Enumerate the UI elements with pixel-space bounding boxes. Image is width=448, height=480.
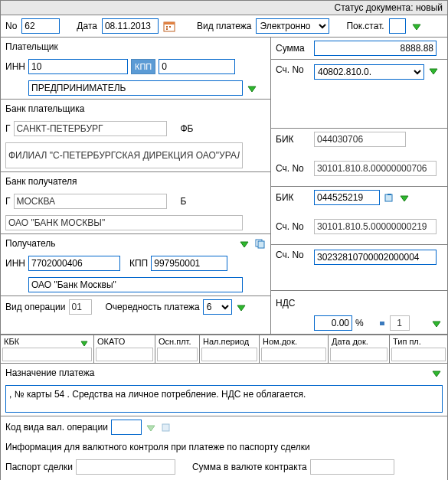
currency-code-paste-icon[interactable] — [160, 421, 172, 433]
status-value: новый — [416, 2, 443, 13]
svg-rect-2 — [166, 26, 168, 28]
tippl-label: Тип пл. — [393, 337, 421, 346]
payer-inn-input[interactable] — [28, 59, 128, 74]
number-input[interactable] — [21, 18, 60, 34]
payer-bank-acc-label: Сч. No — [276, 163, 311, 174]
payer-account-lookup-icon[interactable] — [427, 64, 440, 77]
number-label: No — [5, 21, 17, 31]
status-bar: Статус документа: новый — [1, 1, 447, 15]
payer-name-input[interactable] — [28, 80, 243, 96]
purpose-lookup-icon[interactable] — [430, 367, 443, 379]
date-input[interactable] — [102, 18, 159, 34]
datadok-input[interactable] — [330, 348, 388, 361]
payee-copy-icon[interactable] — [253, 237, 266, 250]
osn-input[interactable] — [157, 348, 198, 361]
payer-account-select[interactable]: 40802.810.0. — [314, 64, 424, 80]
payee-inn-input[interactable] — [28, 256, 120, 271]
currency-code-label: Код вида вал. операции — [5, 422, 108, 433]
date-label: Дата — [77, 21, 97, 31]
okato-label: ОКАТО — [97, 337, 125, 346]
payee-bank-b-label: Б — [181, 196, 187, 207]
payee-inn-label: ИНН — [5, 258, 25, 269]
payee-name-input[interactable] — [28, 277, 243, 292]
op-priority-lookup-icon[interactable] — [235, 301, 247, 313]
right-column: Сумма Сч. No 40802.810.0. БИК Сч. No — [271, 38, 447, 334]
percent-label: % — [355, 318, 364, 328]
sum-input[interactable] — [314, 41, 437, 56]
period-input[interactable] — [201, 348, 257, 361]
nds-kind-input — [390, 315, 410, 331]
payer-inn-label: ИНН — [5, 61, 25, 72]
pok-stat-lookup-icon[interactable] — [410, 20, 423, 32]
nomdok-input[interactable] — [261, 348, 326, 361]
nds-rate-input[interactable] — [314, 315, 352, 331]
payment-type-select[interactable]: Электронно — [256, 18, 329, 34]
main-columns: Плательщик ИНН КПП Банк плательщика — [1, 38, 447, 335]
svg-rect-8 — [162, 424, 169, 431]
svg-rect-4 — [166, 28, 168, 30]
payee-bik-label: БИК — [276, 192, 311, 203]
contract-sum-input[interactable] — [310, 459, 394, 475]
payee-lookup-icon[interactable] — [238, 237, 250, 250]
period-label: Нал.период — [203, 337, 249, 346]
payer-bik-input — [314, 132, 406, 147]
payee-bik-paste-icon[interactable] — [383, 191, 395, 204]
svg-rect-1 — [164, 22, 175, 24]
payee-bik-input[interactable] — [314, 190, 380, 205]
status-label: Статус документа: — [335, 2, 414, 13]
currency-code-lookup-icon[interactable] — [145, 421, 157, 433]
payer-kpp-button[interactable]: КПП — [131, 59, 155, 74]
nds-calc-icon[interactable] — [374, 317, 387, 329]
payee-bank-name-input — [5, 215, 243, 230]
payee-bank-acc-label: Сч. No — [276, 221, 311, 232]
header-row: No Дата Вид платежа Электронно Пок.стат. — [1, 15, 447, 38]
calendar-icon[interactable] — [163, 20, 175, 32]
payment-order-form: Статус документа: новый No Дата Вид плат… — [0, 0, 448, 480]
payee-bank-city-label: Г — [5, 196, 11, 207]
nds-label: НДС — [276, 298, 311, 309]
currency-info-label: Информация для валютного контроля при пл… — [5, 442, 310, 452]
payer-bank-acc-input — [314, 161, 437, 176]
payee-kpp-input[interactable] — [151, 256, 227, 271]
pok-stat-label: Пок.стат. — [346, 21, 384, 31]
payer-bik-label: БИК — [276, 134, 311, 145]
tippl-input[interactable] — [391, 348, 446, 361]
payer-kpp-input[interactable] — [159, 59, 235, 74]
kbk-label: КБК — [4, 337, 19, 346]
okato-input[interactable] — [96, 348, 153, 361]
purpose-text-input[interactable]: , № карты 54 . Средства на личное потреб… — [5, 385, 443, 413]
op-priority-select[interactable]: 6 — [203, 299, 232, 315]
contract-sum-label: Сумма в валюте контракта — [192, 462, 307, 472]
passport-input[interactable] — [76, 459, 175, 475]
payee-account-input[interactable] — [314, 250, 437, 265]
payer-bank-city-label: Г — [5, 123, 11, 134]
svg-rect-6 — [258, 241, 264, 248]
payer-bank-name-input — [5, 142, 243, 168]
payer-title: Плательщик — [5, 41, 58, 52]
op-type-input — [69, 299, 92, 315]
budget-grid: КБК ОКАТО Осн.плт. Нал.период Ном.док. Д… — [1, 335, 447, 364]
svg-rect-3 — [169, 26, 171, 28]
payee-bank-city-input — [14, 194, 167, 209]
payee-bank-title: Банк получателя — [5, 176, 77, 187]
datadok-label: Дата док. — [332, 337, 368, 346]
payment-type-label: Вид платежа — [197, 21, 252, 31]
payer-bank-title: Банк плательщика — [5, 103, 84, 114]
left-column: Плательщик ИНН КПП Банк плательщика — [1, 38, 271, 334]
nds-lookup-icon[interactable] — [430, 317, 443, 329]
payee-title: Получатель — [5, 238, 56, 249]
osn-label: Осн.плт. — [159, 337, 191, 346]
pok-stat-input[interactable] — [389, 18, 406, 34]
payer-name-lookup-icon[interactable] — [246, 82, 258, 94]
kbk-input[interactable] — [2, 348, 92, 361]
payee-bik-lookup-icon[interactable] — [398, 191, 410, 204]
svg-rect-7 — [385, 194, 392, 201]
payer-bank-fb-label: ФБ — [181, 123, 194, 134]
nomdok-label: Ном.док. — [263, 337, 297, 346]
purpose-title: Назначение платежа — [5, 367, 95, 378]
payee-kpp-label: КПП — [129, 258, 148, 269]
op-type-label: Вид операции — [5, 302, 66, 312]
passport-label: Паспорт сделки — [5, 462, 73, 472]
currency-code-input[interactable] — [111, 420, 142, 435]
payer-bank-city-input — [14, 121, 167, 136]
